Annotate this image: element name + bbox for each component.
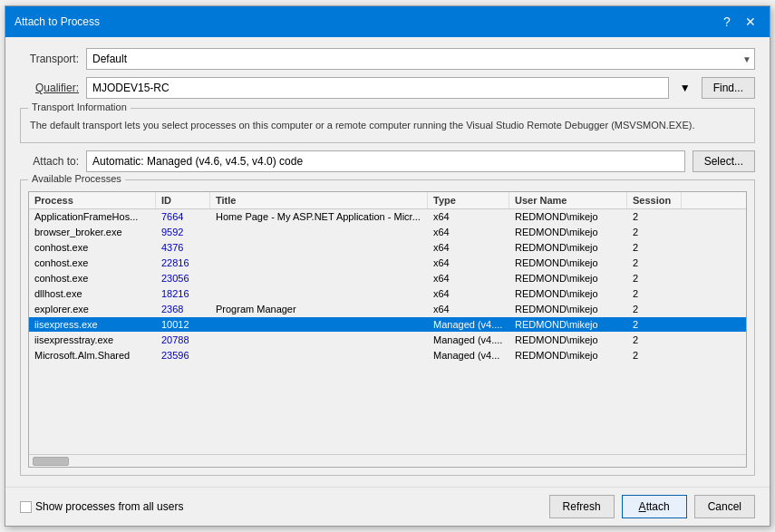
table-cell: 2 [627,317,682,332]
process-table-header: Process ID Title Type User Name Session [29,192,746,209]
table-cell: Program Manager [210,302,428,316]
col-header-id: ID [156,192,210,208]
table-row[interactable]: dllhost.exe18216x64REDMOND\mikejo2 [29,286,746,302]
table-cell: x64 [428,256,509,270]
table-cell: conhost.exe [29,271,156,285]
transport-info-title: Transport Information [28,102,131,112]
table-cell: 20788 [156,333,210,347]
table-cell: 2 [627,240,682,255]
table-cell: Managed (v4... [428,348,509,363]
table-row[interactable]: iisexpress.exe10012Managed (v4....REDMON… [29,317,746,333]
footer-right: Refresh Attach Cancel [549,495,755,518]
available-processes-title: Available Processes [28,173,125,184]
table-cell: iisexpresstray.exe [29,333,156,347]
refresh-button[interactable]: Refresh [549,495,615,518]
table-cell [210,323,428,326]
table-row[interactable]: conhost.exe23056x64REDMOND\mikejo2 [29,271,746,286]
show-all-users-checkbox[interactable] [20,501,32,513]
header-scrollbar-spacer [682,192,696,208]
table-cell: REDMOND\mikejo [509,256,627,270]
col-header-title: Title [210,192,428,208]
attach-button-label: Attach [639,500,670,513]
qualifier-row: Qualifier: ▼ Find... [20,77,755,99]
transport-label: Transport: [20,53,79,65]
table-cell: Microsoft.Alm.Shared [29,348,156,363]
table-cell: 2 [627,271,682,285]
table-cell: REDMOND\mikejo [509,333,627,347]
table-cell: x64 [428,225,509,239]
table-row[interactable]: conhost.exe22816x64REDMOND\mikejo2 [29,256,746,271]
table-cell [210,353,428,357]
table-row[interactable]: ApplicationFrameHos...7664Home Page - My… [29,209,746,225]
table-cell: 18216 [156,286,210,301]
transport-dropdown[interactable]: Default [86,48,755,70]
table-cell: REDMOND\mikejo [509,348,627,363]
table-cell [210,276,428,280]
attach-to-row: Attach to: Automatic: Managed (v4.6, v4.… [20,150,755,172]
table-cell: x64 [428,209,509,224]
process-table-body[interactable]: ApplicationFrameHos...7664Home Page - My… [29,209,746,455]
attach-to-process-dialog: Attach to Process ? ✕ Transport: Default… [5,5,770,527]
table-cell: 2 [627,256,682,270]
table-cell: REDMOND\mikejo [509,286,627,301]
qualifier-input[interactable] [86,77,669,99]
table-cell: 2 [627,225,682,239]
h-scroll-thumb[interactable] [33,457,69,466]
table-cell: 9592 [156,225,210,239]
table-cell: 10012 [156,317,210,332]
table-cell [210,246,428,249]
attach-to-label: Attach to: [20,155,79,168]
find-button[interactable]: Find... [702,77,755,99]
table-cell: conhost.exe [29,240,156,255]
col-header-process: Process [29,192,156,208]
table-cell: dllhost.exe [29,286,156,301]
title-bar-left: Attach to Process [15,15,100,28]
table-cell: 23596 [156,348,210,363]
table-cell: x64 [428,240,509,255]
table-row[interactable]: browser_broker.exe9592x64REDMOND\mikejo2 [29,225,746,240]
table-cell: REDMOND\mikejo [509,302,627,316]
table-cell: Home Page - My ASP.NET Application - Mic… [210,209,428,224]
show-all-users-checkbox-wrapper[interactable]: Show processes from all users [20,500,183,513]
select-button[interactable]: Select... [693,150,755,172]
help-button[interactable]: ? [717,12,737,32]
table-cell: REDMOND\mikejo [509,240,627,255]
table-cell: REDMOND\mikejo [509,209,627,224]
table-cell: 2 [627,302,682,316]
table-cell: 2 [627,286,682,301]
table-cell [210,338,428,342]
table-cell: iisexpress.exe [29,317,156,332]
close-button[interactable]: ✕ [741,12,760,32]
table-cell: explorer.exe [29,302,156,316]
table-cell: x64 [428,271,509,285]
table-cell: 2 [627,209,682,224]
title-bar: Attach to Process ? ✕ [5,6,770,37]
table-cell: x64 [428,302,509,316]
table-cell: REDMOND\mikejo [509,271,627,285]
table-cell: 22816 [156,256,210,270]
table-cell: x64 [428,286,509,301]
table-cell: Managed (v4.... [428,333,509,347]
available-processes-group: Available Processes Process ID Title Typ… [20,179,755,477]
transport-info-content: The default transport lets you select pr… [30,114,745,133]
table-cell: browser_broker.exe [29,225,156,239]
table-cell: 23056 [156,271,210,285]
table-cell [210,261,428,265]
dialog-footer: Show processes from all users Refresh At… [5,487,770,526]
table-cell: REDMOND\mikejo [509,225,627,239]
process-table: Process ID Title Type User Name Session … [28,191,747,469]
table-row[interactable]: Microsoft.Alm.Shared23596Managed (v4...R… [29,348,746,363]
table-row[interactable]: iisexpresstray.exe20788Managed (v4....RE… [29,333,746,348]
table-row[interactable]: explorer.exe2368Program Managerx64REDMON… [29,302,746,317]
horizontal-scrollbar[interactable] [29,454,746,467]
transport-row: Transport: Default ▼ [20,48,755,70]
dialog-title: Attach to Process [15,15,100,28]
qualifier-dropdown-icon[interactable]: ▼ [676,82,694,94]
table-cell: 4376 [156,240,210,255]
cancel-button[interactable]: Cancel [694,495,755,518]
attach-button[interactable]: Attach [622,495,687,518]
table-cell [210,292,428,295]
col-header-type: Type [428,192,509,208]
qualifier-label: Qualifier: [20,82,79,94]
table-row[interactable]: conhost.exe4376x64REDMOND\mikejo2 [29,240,746,256]
